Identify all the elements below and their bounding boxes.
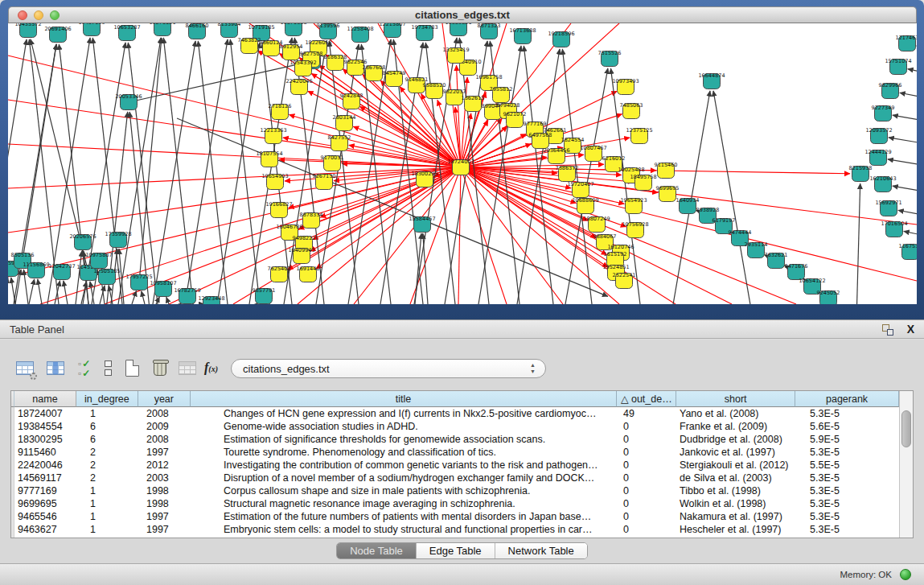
float-panel-icon[interactable] bbox=[882, 324, 893, 336]
column-header-out_de[interactable]: △ out_de… bbox=[617, 391, 676, 407]
column-header-title[interactable]: title bbox=[191, 391, 618, 407]
table-row[interactable]: 911546021997Tourette syndrome. Phenomeno… bbox=[11, 446, 899, 459]
table-row[interactable]: 1872400712008Changes of HCN gene express… bbox=[11, 407, 899, 420]
tab-node-table[interactable]: Node Table bbox=[337, 543, 417, 558]
table-gear-icon[interactable] bbox=[14, 358, 37, 381]
graph-node-label: 9857791 bbox=[253, 287, 276, 294]
graph-node-label: 9242848 bbox=[340, 93, 363, 99]
tab-network-table[interactable]: Network Table bbox=[495, 543, 587, 558]
table-select-value: citations_edges.txt bbox=[243, 363, 330, 375]
graph-node-label: 10688609 bbox=[572, 197, 598, 204]
graph-node-label: 16210643 bbox=[869, 175, 896, 182]
column-header-year[interactable]: year bbox=[138, 391, 191, 407]
cell-name: 18300295 bbox=[15, 433, 77, 446]
cell-out_de: 0 bbox=[618, 484, 678, 497]
graph-node-label: 12042737 bbox=[48, 263, 75, 270]
scrollbar-thumb[interactable] bbox=[901, 410, 911, 447]
table-row[interactable]: 1456911722003Disruption of a novel membe… bbox=[11, 472, 899, 484]
cell-out_de: 0 bbox=[618, 472, 678, 484]
cell-title: Embryonic stem cells: a model to study s… bbox=[191, 523, 618, 536]
graph-node-label: 6794028 bbox=[497, 102, 520, 109]
cell-short: Tibbo et al. (1998) bbox=[678, 484, 797, 497]
graph-node-label: 9884067 bbox=[593, 233, 617, 240]
graph-node-label: 7515526 bbox=[598, 50, 622, 56]
table-panel-header: Table Panel X bbox=[0, 319, 924, 339]
cell-pagerank: 5.3E-5 bbox=[797, 523, 901, 536]
graph-node-label: 20364456 bbox=[543, 147, 569, 154]
graph-node-label: 9227349 bbox=[872, 105, 895, 111]
graph-node-label: 20206576 bbox=[69, 233, 96, 240]
checklist-icon[interactable]: ✓✓ bbox=[76, 358, 98, 381]
column-header-in_degree[interactable]: in_degree bbox=[76, 391, 138, 407]
table-row[interactable]: 1830029562008Estimation of significance … bbox=[11, 433, 899, 446]
cell-in_degree: 1 bbox=[77, 523, 139, 536]
table-row[interactable]: 977716911998Corpus callosum shape and si… bbox=[11, 484, 899, 497]
function-icon[interactable]: f(x) bbox=[203, 358, 225, 381]
graph-node-label: 7485063 bbox=[620, 102, 643, 109]
table-row[interactable]: 946362711997Embryonic stem cells: a mode… bbox=[11, 523, 899, 536]
column-header-name[interactable]: name bbox=[14, 391, 76, 407]
graph-node-label: 9588520 bbox=[423, 82, 446, 89]
table-row[interactable]: 946554611997Estimation of the future num… bbox=[11, 510, 899, 523]
graph-node-label: 8938928 bbox=[696, 207, 720, 213]
column-header-short[interactable]: short bbox=[676, 391, 795, 407]
cell-in_degree: 2 bbox=[77, 459, 139, 472]
graph-node-label: 1640934 bbox=[676, 197, 700, 204]
graph-node-label: 9827508 bbox=[300, 51, 323, 57]
graph-node-label: 2935114 bbox=[745, 241, 768, 248]
rows-icon[interactable] bbox=[98, 358, 121, 381]
graph-node-label: 19654923 bbox=[620, 197, 647, 204]
graph-node-label: 8878334 bbox=[300, 212, 323, 218]
graph-node-label: 18226058 bbox=[305, 39, 331, 46]
trash-icon[interactable] bbox=[150, 358, 172, 381]
graph-node-label: 9829966 bbox=[879, 82, 902, 89]
cell-name: 9465546 bbox=[15, 510, 77, 523]
close-panel-icon[interactable]: X bbox=[907, 323, 914, 336]
table-row[interactable]: 969969511998Structural magnetic resonanc… bbox=[11, 497, 899, 510]
graph-node-label: 18495758 bbox=[630, 174, 656, 180]
graph-node-label: 2803144 bbox=[333, 114, 356, 121]
cell-year: 1998 bbox=[139, 497, 191, 510]
status-bar: Memory: OK bbox=[0, 563, 924, 585]
cell-in_degree: 1 bbox=[77, 407, 139, 420]
graph-node-label: 19218596 bbox=[548, 31, 574, 37]
cell-pagerank: 5.3E-5 bbox=[797, 510, 901, 523]
graph-node-label: 10543392 bbox=[290, 60, 316, 66]
table-panel-body: ✓✓ f(x) citations_edges.txt ▲▼ namein_de… bbox=[0, 340, 924, 563]
graph-node-label: 16671368 bbox=[280, 23, 306, 26]
vertical-scrollbar[interactable] bbox=[899, 391, 913, 538]
cell-title: Investigating the contribution of common… bbox=[191, 459, 618, 472]
cell-title: Structural magnetic resonance image aver… bbox=[191, 497, 618, 510]
table-column-icon[interactable] bbox=[45, 358, 68, 381]
graph-node-label: 18724007 bbox=[447, 159, 474, 165]
graph-node-label: 12444129 bbox=[864, 149, 891, 155]
table-row[interactable]: 2242004622012Investigating the contribut… bbox=[11, 459, 899, 472]
graph-node-label: 9170031 bbox=[321, 154, 344, 161]
graph-node-label: 18807249 bbox=[583, 216, 610, 222]
graph-node-label: 8427552 bbox=[328, 134, 351, 141]
new-file-icon[interactable] bbox=[122, 358, 145, 381]
graph-node-label: 1362615 bbox=[462, 95, 485, 101]
tab-edge-table[interactable]: Edge Table bbox=[417, 543, 495, 558]
graph-node-label: 8505136 bbox=[11, 252, 35, 258]
graph-node-label: 9474444 bbox=[729, 229, 752, 236]
cell-year: 1997 bbox=[139, 510, 191, 523]
graph-node-label: 19654903 bbox=[261, 173, 288, 179]
graph-node-label: 16369821 bbox=[445, 23, 471, 26]
table-select-dropdown[interactable]: citations_edges.txt ▲▼ bbox=[231, 359, 546, 378]
cell-in_degree: 6 bbox=[77, 420, 139, 433]
window-titlebar[interactable]: citations_edges.txt bbox=[8, 6, 917, 23]
column-header-pagerank[interactable]: pagerank bbox=[795, 391, 899, 407]
table-panel-title: Table Panel bbox=[10, 323, 64, 336]
cell-pagerank: 5.3E-5 bbox=[797, 407, 901, 420]
cell-in_degree: 1 bbox=[77, 497, 139, 510]
graph-node-label: 7463822 bbox=[238, 37, 261, 43]
network-view-canvas[interactable]: 1043557220691406194371991065328715276021… bbox=[8, 23, 917, 304]
memory-status-indicator bbox=[900, 569, 911, 580]
cell-pagerank: 5.3E-5 bbox=[797, 484, 901, 497]
table-row[interactable]: 1938455462009Genome-wide association stu… bbox=[11, 420, 899, 433]
cell-pagerank: 5.9E-5 bbox=[797, 433, 901, 446]
graph-node-label: 7386372 bbox=[556, 165, 579, 171]
graph-node-label: 8466160 bbox=[186, 23, 209, 29]
cell-year: 2003 bbox=[139, 472, 191, 484]
